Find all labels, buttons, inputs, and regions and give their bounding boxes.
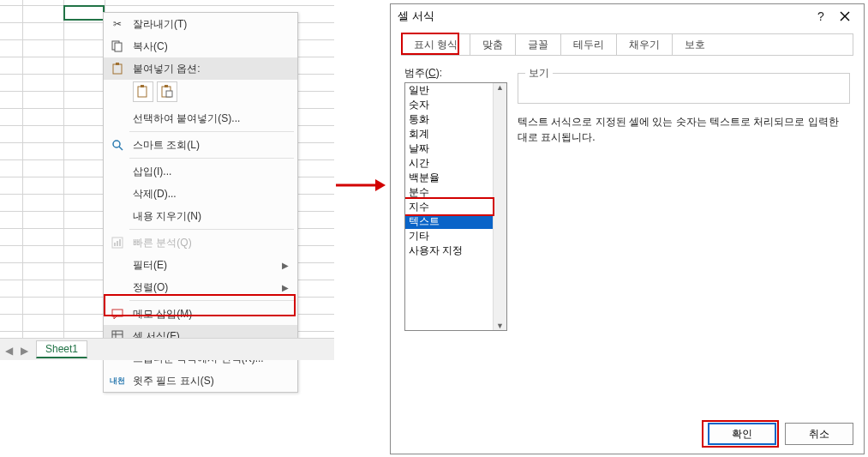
cm-filter-label: 필터(E) [133, 258, 275, 273]
cm-insert-comment-label: 메모 삽입(M) [133, 307, 292, 322]
svg-rect-4 [138, 87, 147, 97]
cm-cut-label: 잘라내기(T) [133, 17, 292, 32]
scroll-down-icon[interactable]: ▼ [496, 322, 504, 330]
cancel-button[interactable]: 취소 [785, 423, 853, 445]
separator [129, 131, 294, 132]
blank-icon [109, 163, 126, 180]
svg-rect-7 [165, 85, 168, 87]
svg-rect-8 [166, 91, 172, 97]
scroll-up-icon[interactable]: ▲ [496, 83, 504, 92]
right-column: 보기 텍스트 서식으로 지정된 셀에 있는 숫자는 텍스트로 처리되므로 입력한… [518, 66, 850, 331]
tab-number[interactable]: 표시 형식 [402, 34, 470, 55]
copy-icon [109, 38, 126, 55]
svg-rect-1 [115, 43, 122, 51]
tab-protection[interactable]: 보호 [673, 34, 717, 55]
cm-insert[interactable]: 삽입(I)... [104, 160, 297, 183]
cat-fraction[interactable]: 분수 [405, 185, 494, 200]
paste-icon [109, 60, 126, 77]
cm-cut[interactable]: ✂ 잘라내기(T) [104, 13, 297, 35]
cut-icon: ✂ [109, 15, 126, 33]
svg-rect-5 [141, 85, 144, 87]
cm-clear-label: 내용 지우기(N) [133, 209, 292, 224]
sample-label: 보기 [525, 66, 553, 81]
sheet-nav-prev-icon[interactable]: ◀ [5, 345, 14, 355]
sheet-tabs: ◀ ▶ Sheet1 [0, 338, 334, 360]
blank-icon [109, 110, 126, 127]
sheet-nav-next-icon[interactable]: ▶ [21, 345, 29, 355]
title-bar: 셀 서식 ? [391, 4, 864, 28]
cat-scientific[interactable]: 지수 [405, 200, 494, 214]
paste-option-1[interactable] [133, 81, 153, 102]
separator [129, 229, 294, 230]
context-menu: ✂ 잘라내기(T) 복사(C) 붙여넣기 옵션: 선택하여 붙여넣기(S) [103, 12, 298, 393]
arrow-icon [336, 177, 386, 194]
cm-insert-comment[interactable]: 메모 삽입(M) [104, 303, 297, 325]
category-column: 범주(C): 일반 숫자 통화 회계 날짜 시간 백분율 분수 지수 텍스트 기… [404, 66, 507, 331]
lookup-icon [109, 136, 126, 153]
cat-number[interactable]: 숫자 [405, 98, 494, 112]
paste-option-2[interactable] [157, 81, 177, 102]
cm-paste-options-label: 붙여넣기 옵션: [133, 62, 292, 76]
comment-icon [109, 305, 126, 322]
cm-sort-label: 정렬(O) [133, 280, 275, 295]
cat-time[interactable]: 시간 [405, 156, 494, 171]
cm-show-phonetic[interactable]: 내천 윗주 필드 표시(S) [104, 370, 297, 392]
cm-copy-label: 복사(C) [133, 39, 292, 54]
svg-rect-3 [116, 63, 119, 65]
cm-show-phonetic-label: 윗주 필드 표시(S) [133, 374, 292, 388]
selected-cell[interactable] [63, 5, 105, 21]
cm-sort[interactable]: 정렬(O) ▶ [104, 276, 297, 298]
cm-quick-analysis-label: 빠른 분석(Q) [133, 236, 292, 250]
format-cells-dialog: 셀 서식 ? 표시 형식 맞춤 글꼴 테두리 채우기 보호 범주(C): 일반 … [390, 3, 865, 454]
dialog-body: 범주(C): 일반 숫자 통화 회계 날짜 시간 백분율 분수 지수 텍스트 기… [391, 56, 864, 338]
paste-options-row [104, 80, 297, 107]
cat-accounting[interactable]: 회계 [405, 127, 494, 141]
dialog-buttons: 확인 취소 [708, 423, 853, 445]
cm-quick-analysis: 빠른 분석(Q) [104, 232, 297, 254]
cm-copy[interactable]: 복사(C) [104, 35, 297, 57]
separator [129, 300, 294, 301]
cm-filter[interactable]: 필터(E) ▶ [104, 254, 297, 276]
svg-line-10 [119, 147, 123, 150]
svg-rect-2 [113, 64, 122, 74]
phonetic-icon: 내천 [109, 372, 126, 389]
sample-fieldset: 보기 [518, 66, 850, 104]
spreadsheet-area: ✂ 잘라내기(T) 복사(C) 붙여넣기 옵션: 선택하여 붙여넣기(S) [0, 0, 334, 360]
cm-delete[interactable]: 삭제(D)... [104, 183, 297, 205]
svg-point-9 [113, 141, 120, 147]
listbox-scrollbar[interactable]: ▲ ▼ [493, 83, 506, 330]
chevron-right-icon: ▶ [282, 283, 289, 292]
cat-percentage[interactable]: 백분율 [405, 171, 494, 185]
cm-smart-lookup-label: 스마트 조회(L) [133, 138, 292, 153]
cat-special[interactable]: 기타 [405, 229, 494, 244]
category-description: 텍스트 서식으로 지정된 셀에 있는 숫자는 텍스트로 처리되므로 입력한 대로… [518, 114, 850, 145]
svg-rect-15 [112, 310, 123, 316]
cm-smart-lookup[interactable]: 스마트 조회(L) [104, 134, 297, 156]
ok-button[interactable]: 확인 [708, 423, 776, 445]
category-label: 범주(C): [404, 66, 507, 81]
svg-rect-13 [117, 241, 118, 246]
cat-currency[interactable]: 통화 [405, 112, 494, 127]
cm-paste-special[interactable]: 선택하여 붙여넣기(S)... [104, 107, 297, 129]
cat-date[interactable]: 날짜 [405, 141, 494, 156]
svg-marker-20 [375, 179, 386, 191]
help-button[interactable]: ? [809, 7, 833, 26]
category-listbox[interactable]: 일반 숫자 통화 회계 날짜 시간 백분율 분수 지수 텍스트 기타 사용자 지… [404, 82, 507, 331]
tab-font[interactable]: 글꼴 [516, 34, 561, 55]
cat-custom[interactable]: 사용자 지정 [405, 244, 494, 258]
dialog-tabs: 표시 형식 맞춤 글꼴 테두리 채우기 보호 [401, 33, 853, 56]
quick-analysis-icon [109, 234, 126, 251]
cm-clear[interactable]: 내용 지우기(N) [104, 205, 297, 227]
cat-text[interactable]: 텍스트 [405, 214, 494, 229]
tab-border[interactable]: 테두리 [561, 34, 617, 55]
cm-paste-options: 붙여넣기 옵션: [104, 57, 297, 80]
cm-insert-label: 삽입(I)... [133, 165, 292, 179]
tab-alignment[interactable]: 맞춤 [470, 34, 516, 55]
cat-general[interactable]: 일반 [405, 83, 494, 98]
tab-fill[interactable]: 채우기 [617, 34, 673, 55]
separator [129, 158, 294, 159]
cm-delete-label: 삭제(D)... [133, 187, 292, 201]
sheet-tab-1[interactable]: Sheet1 [36, 340, 87, 358]
blank-icon [109, 207, 126, 225]
close-button[interactable] [833, 7, 857, 26]
